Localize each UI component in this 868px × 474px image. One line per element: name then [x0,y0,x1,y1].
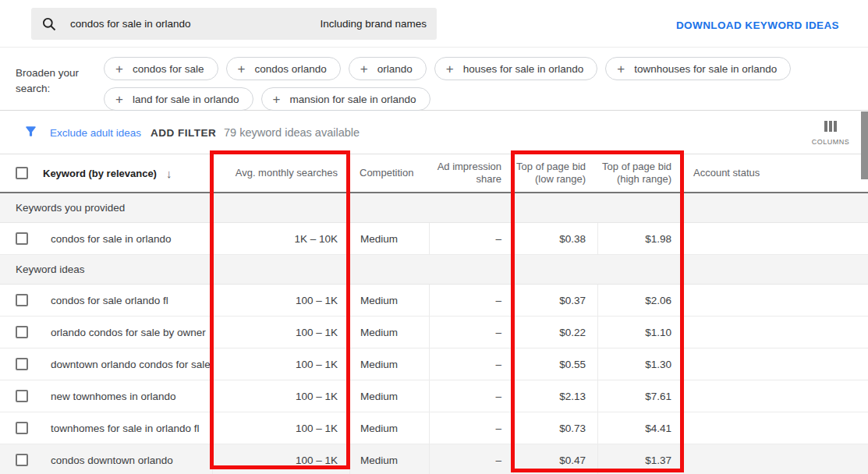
ad-impression-share-cell: – [429,412,513,444]
top-of-page-bid-low-cell: $0.37 [513,285,597,316]
columns-button[interactable]: COLUMNS [806,121,855,146]
search-value: condos for sale in orlando [70,18,320,30]
broaden-chip[interactable]: +land for sale in orlando [104,87,253,111]
account-status-cell [683,285,868,316]
broaden-chip[interactable]: +condos for sale [104,57,218,80]
header-account-status[interactable]: Account status [683,167,868,179]
broaden-search-label: Broaden your search: [16,65,90,97]
avg-monthly-searches-cell: 1K – 10K [212,223,349,254]
columns-label: COLUMNS [806,138,855,146]
header-top-of-page-bid-high[interactable]: Top of page bid (high range) [597,161,683,186]
avg-monthly-searches-cell: 100 – 1K [212,317,349,348]
broaden-chip[interactable]: +houses for sale in orlando [434,57,598,80]
account-status-cell [683,348,868,380]
columns-icon [824,121,837,132]
account-status-cell [683,412,868,444]
account-status-cell [683,317,868,348]
chip-label: orlando [377,63,413,75]
avg-monthly-searches-cell: 100 – 1K [212,380,349,412]
exclude-adult-ideas-link[interactable]: Exclude adult ideas [50,127,141,139]
competition-cell: Medium [349,348,429,380]
row-checkbox-cell [0,285,43,316]
plus-icon: + [115,62,123,76]
plus-icon: + [115,93,123,106]
download-keyword-ideas-link[interactable]: DOWNLOAD KEYWORD IDEAS [676,19,839,31]
keyword-cell: orlando condos for sale by owner [43,317,212,348]
avg-monthly-searches-cell: 100 – 1K [212,444,349,474]
broaden-chip[interactable]: +condos orlando [226,57,341,80]
keyword-cell: condos for sale in orlando [43,223,212,254]
keyword-cell: new townhomes in orlando [43,380,212,412]
broaden-chip[interactable]: +orlando [349,57,427,80]
table-row: orlando condos for sale by owner100 – 1K… [0,317,868,348]
table-row: downtown orlando condos for sale100 – 1K… [0,348,868,380]
table-row: condos for sale orlando fl100 – 1KMedium… [0,285,868,317]
select-all-checkbox-cell [0,167,43,179]
broaden-chip[interactable]: +townhouses for sale in orlando [605,57,791,80]
header-top-of-page-bid-low[interactable]: Top of page bid (low range) [513,161,597,186]
row-checkbox[interactable] [16,390,28,402]
top-of-page-bid-high-cell: $1.10 [597,317,683,348]
top-of-page-bid-low-cell: $0.55 [513,348,597,380]
top-of-page-bid-low-cell: $0.38 [513,223,597,254]
section-row: Keywords you provided [0,193,868,223]
chip-label: mansion for sale in orlando [289,94,416,105]
chip-label: houses for sale in orlando [463,63,584,75]
top-of-page-bid-high-cell: $7.61 [597,380,683,412]
header-keyword[interactable]: Keyword (by relevance) ↓ [43,167,212,180]
competition-cell: Medium [349,223,429,254]
keyword-cell: townhomes for sale in orlando fl [43,412,212,444]
keyword-table: Keyword (by relevance) ↓ Avg. monthly se… [0,154,868,474]
keyword-ideas-count: 79 keyword ideas available [224,126,360,139]
ad-impression-share-cell: – [429,285,513,316]
search-icon [41,16,57,32]
top-of-page-bid-high-cell: $1.37 [597,444,683,474]
ad-impression-share-cell: – [429,444,513,474]
avg-monthly-searches-cell: 100 – 1K [212,348,349,380]
row-checkbox[interactable] [16,422,28,434]
account-status-cell [683,444,868,474]
plus-icon: + [273,93,281,106]
vertical-scrollbar-thumb[interactable] [861,111,868,179]
top-search-bar: condos for sale in orlando Including bra… [0,0,868,48]
row-checkbox[interactable] [16,294,28,306]
row-checkbox-cell [0,380,43,412]
account-status-cell [683,223,868,254]
including-brand-names-label[interactable]: Including brand names [320,18,427,30]
competition-cell: Medium [349,444,429,474]
competition-cell: Medium [349,380,429,412]
ad-impression-share-cell: – [429,223,513,254]
header-avg-monthly-searches[interactable]: Avg. monthly searches [212,167,349,179]
ad-impression-share-cell: – [429,380,513,412]
table-row: condos for sale in orlando1K – 10KMedium… [0,223,868,255]
broaden-chips: +condos for sale+condos orlando+orlando+… [104,57,866,111]
select-all-checkbox[interactable] [16,167,28,179]
top-of-page-bid-high-cell: $4.41 [597,412,683,444]
row-checkbox[interactable] [16,358,28,370]
chip-label: townhouses for sale in orlando [634,63,777,75]
add-filter-button[interactable]: ADD FILTER [151,127,216,139]
row-checkbox-cell [0,444,43,474]
section-label: Keyword ideas [16,264,85,275]
chip-label: condos for sale [133,63,204,75]
top-of-page-bid-low-cell: $0.22 [513,317,597,348]
competition-cell: Medium [349,317,429,348]
row-checkbox[interactable] [16,326,28,338]
plus-icon: + [446,62,454,76]
row-checkbox[interactable] [16,454,28,466]
filter-funnel-icon [23,124,38,142]
top-of-page-bid-high-cell: $2.06 [597,285,683,316]
keyword-search-input[interactable]: condos for sale in orlando Including bra… [31,8,437,40]
keyword-cell: condos for sale orlando fl [43,285,212,316]
keyword-planner-page: condos for sale in orlando Including bra… [0,0,868,474]
competition-cell: Medium [349,412,429,444]
broaden-search-section: Broaden your search: +condos for sale+co… [0,48,868,111]
broaden-chip[interactable]: +mansion for sale in orlando [261,87,430,111]
top-of-page-bid-low-cell: $0.47 [513,444,597,474]
row-checkbox-cell [0,412,43,444]
header-ad-impression-share[interactable]: Ad impression share [429,161,513,186]
header-competition[interactable]: Competition [349,167,429,179]
row-checkbox[interactable] [16,232,28,245]
plus-icon: + [617,62,625,76]
account-status-cell [683,380,868,412]
